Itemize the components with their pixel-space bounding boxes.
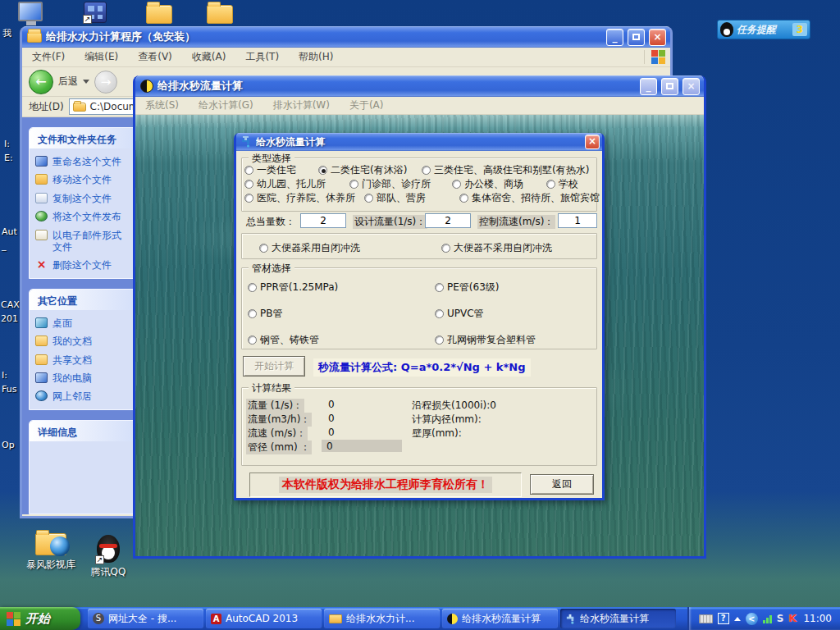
taskbar-item-autocad[interactable]: A AutoCAD 2013 xyxy=(206,609,322,628)
menu-drainage-calc[interactable]: 排水计算(W) xyxy=(263,95,340,116)
input-method-tray-icon[interactable]: < xyxy=(746,613,758,625)
radio-flush-not-self-closing[interactable]: 大便器不采用自闭冲洗 xyxy=(441,241,552,255)
result-wall-thickness-label: 壁厚(mm): xyxy=(412,427,462,441)
taskbar-item-dialog[interactable]: 给水秒流量计算 xyxy=(560,609,676,628)
app-titlebar[interactable]: 给排水秒流量计算 _ × xyxy=(135,75,704,97)
forward-button[interactable]: → xyxy=(94,71,117,94)
return-button[interactable]: 返回 xyxy=(530,474,594,495)
menu-file[interactable]: 文件(F) xyxy=(22,47,75,67)
desktop-icon-media-app[interactable]: ↗ xyxy=(84,2,107,23)
radio-icon[interactable] xyxy=(422,166,431,175)
start-button[interactable]: 开始 xyxy=(0,607,80,630)
radio-kindergarten[interactable]: 幼儿园、托儿所 xyxy=(244,177,326,191)
desktop-label-partial: 我 xyxy=(2,27,11,41)
radio-icon[interactable] xyxy=(435,283,444,292)
radio-icon[interactable] xyxy=(364,194,373,203)
radio-pipe-pe[interactable]: PE管(63级) xyxy=(435,281,499,294)
maximize-button[interactable] xyxy=(628,29,645,46)
radio-pipe-upvc[interactable]: UPVC管 xyxy=(435,307,484,321)
radio-dormitory-hotel[interactable]: 集体宿舍、招待所、旅馆宾馆 xyxy=(459,191,600,205)
menu-about[interactable]: 关于(A) xyxy=(340,95,394,116)
close-button[interactable]: × xyxy=(682,78,700,95)
radio-residence-3[interactable]: 三类住宅、高级住宅和别墅(有热水) xyxy=(422,163,589,177)
radio-flush-self-closing[interactable]: 大便器采用自闭冲洗 xyxy=(259,241,360,255)
equiv-count-input[interactable] xyxy=(300,213,346,228)
kingsoft-tray-icon[interactable]: K xyxy=(788,613,797,624)
menu-help[interactable]: 帮助(H) xyxy=(289,47,343,67)
help-tray-icon[interactable]: ? xyxy=(718,613,729,624)
radio-icon[interactable] xyxy=(546,180,555,189)
radio-pipe-ppr[interactable]: PPR管(1.25MPa) xyxy=(248,281,338,294)
task-reminder-widget[interactable]: 任务提醒 3 xyxy=(717,20,810,39)
desktop-icon-tencent-qq[interactable]: ↗ 腾讯QQ xyxy=(75,535,141,579)
radio-icon[interactable] xyxy=(244,180,253,189)
shortcut-arrow-icon: ↗ xyxy=(83,15,92,24)
radio-pipe-steel[interactable]: 钢管、铸铁管 xyxy=(248,333,319,347)
radio-residence-2[interactable]: 二类住宅(有沐浴) xyxy=(318,163,407,177)
taskbar-clock[interactable]: 11:00 xyxy=(803,613,832,624)
radio-hospital[interactable]: 医院、疗养院、休养所 xyxy=(244,191,355,205)
back-button-label: 后退 xyxy=(58,75,78,89)
radio-icon[interactable] xyxy=(459,194,468,203)
radio-icon[interactable] xyxy=(435,309,444,318)
radio-office-mall[interactable]: 办公楼、商场 xyxy=(452,177,523,191)
radio-icon[interactable] xyxy=(349,180,358,189)
dialog-titlebar[interactable]: 给水秒流量计算 × xyxy=(236,133,602,151)
minimize-button[interactable]: _ xyxy=(606,29,623,46)
velocity-input[interactable] xyxy=(558,213,597,228)
radio-icon[interactable] xyxy=(259,244,268,253)
menu-view[interactable]: 查看(V) xyxy=(128,47,182,67)
velocity-label: 控制流速(m/s)： xyxy=(477,215,555,229)
close-button[interactable]: × xyxy=(585,135,600,149)
publish-globe-icon xyxy=(35,211,48,221)
desktop-icon-folder-2[interactable] xyxy=(207,5,233,24)
documents-icon xyxy=(35,336,48,346)
radio-icon[interactable] xyxy=(244,194,253,203)
result-velocity-label: 流速 (m/s)： xyxy=(246,427,308,441)
windows-logo-icon xyxy=(644,50,670,64)
s-tray-icon[interactable]: S xyxy=(777,613,784,624)
radio-school[interactable]: 学校 xyxy=(546,177,578,191)
radio-label: 大便器不采用自闭冲洗 xyxy=(454,241,552,255)
desktop-icon-folder-1[interactable] xyxy=(146,5,172,24)
back-dropdown-icon[interactable] xyxy=(83,80,89,84)
task-label: 移动这个文件 xyxy=(52,174,112,185)
radio-icon-selected[interactable] xyxy=(318,166,327,175)
desktop-icon-my-computer[interactable] xyxy=(18,2,43,21)
minimize-button[interactable]: _ xyxy=(640,78,657,95)
keyboard-tray-icon[interactable] xyxy=(699,614,713,623)
taskbar-item-browser[interactable]: S 网址大全 - 搜... xyxy=(88,609,203,628)
pipe-material-group-title: 管材选择 xyxy=(249,262,294,276)
radio-icon[interactable] xyxy=(435,336,444,345)
radio-label: 门诊部、诊疗所 xyxy=(362,177,431,191)
radio-icon[interactable] xyxy=(248,283,257,292)
design-flow-input[interactable] xyxy=(425,213,471,228)
radio-pipe-composite[interactable]: 孔网钢带复合塑料管 xyxy=(435,333,536,347)
radio-army-barracks[interactable]: 部队、营房 xyxy=(364,191,426,205)
explorer-titlebar[interactable]: 给排水水力计算程序（免安装） _ × xyxy=(22,26,670,48)
menu-edit[interactable]: 编辑(E) xyxy=(75,47,128,67)
close-button[interactable]: × xyxy=(649,29,666,46)
menu-favorites[interactable]: 收藏(A) xyxy=(182,47,236,67)
radio-icon[interactable] xyxy=(248,336,257,345)
result-diameter-field xyxy=(322,440,402,452)
maximize-button[interactable] xyxy=(661,78,678,95)
radio-pipe-pb[interactable]: PB管 xyxy=(248,307,282,321)
back-button[interactable]: ← xyxy=(29,70,53,94)
radio-clinic[interactable]: 门诊部、诊疗所 xyxy=(349,177,431,191)
start-calc-button[interactable]: 开始计算 xyxy=(243,356,305,377)
taskbar-item-app-window[interactable]: 给排水秒流量计算 xyxy=(442,609,558,628)
radio-residence-1[interactable]: 一类住宅 xyxy=(244,163,296,177)
radio-icon[interactable] xyxy=(248,309,257,318)
taskbar-item-explorer[interactable]: 给排水水力计... xyxy=(324,609,440,628)
expand-tray-icon[interactable] xyxy=(734,617,741,621)
menu-system[interactable]: 系统(S) xyxy=(135,95,189,116)
menu-tools[interactable]: 工具(T) xyxy=(235,47,289,67)
radio-icon[interactable] xyxy=(244,166,253,175)
menu-water-supply-calc[interactable]: 给水计算(G) xyxy=(189,95,263,116)
radio-label: PE管(63级) xyxy=(447,281,499,294)
radio-icon[interactable] xyxy=(452,180,461,189)
dialog-title: 给水秒流量计算 xyxy=(256,135,581,149)
network-signal-tray-icon[interactable] xyxy=(763,614,772,623)
radio-icon[interactable] xyxy=(441,244,450,253)
